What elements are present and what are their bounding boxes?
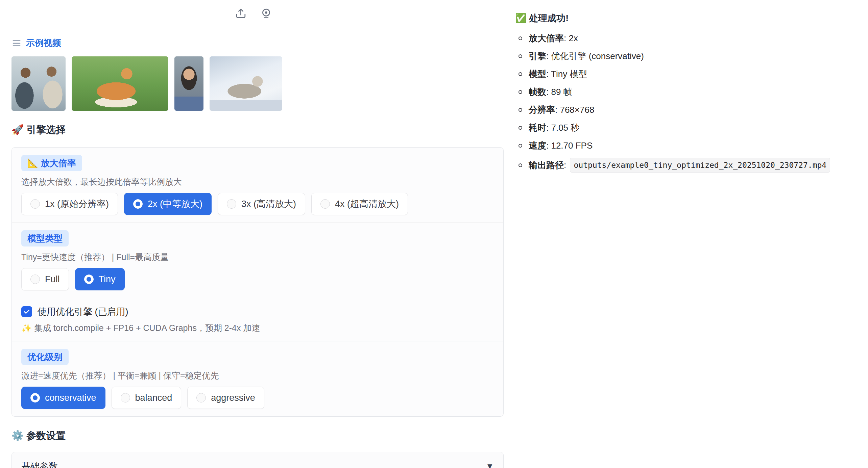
model-option-tiny[interactable]: Tiny [75, 268, 125, 290]
bullet-icon [519, 72, 522, 76]
radio-icon [133, 199, 143, 209]
radio-icon [121, 393, 130, 402]
example-thumbnail-woman-portrait[interactable] [174, 56, 203, 111]
result-item-output-path: 输出路径: outputs/example0_tiny_optimized_2x… [515, 158, 854, 173]
scale-option-label: 3x (高清放大) [241, 198, 296, 210]
radio-icon [30, 199, 40, 209]
optimization-hint: ✨ 集成 torch.compile + FP16 + CUDA Graphs，… [21, 322, 494, 334]
level-option-label: balanced [135, 393, 172, 403]
bullet-icon [519, 163, 522, 167]
engine-settings-card: 📐 放大倍率 选择放大倍数，最长边按此倍率等比例放大 1x (原始分辨率) 2x… [11, 147, 504, 417]
scale-option-label: 4x (超高清放大) [335, 198, 399, 210]
bullet-icon [519, 126, 522, 130]
radio-icon [30, 275, 40, 284]
example-gallery [11, 56, 504, 111]
examples-list-icon [11, 38, 22, 48]
level-badge: 优化级别 [21, 349, 69, 365]
scale-option-label: 1x (原始分辨率) [45, 198, 109, 210]
level-options: conservative balanced aggressive [21, 387, 494, 409]
result-panel: ✅ 处理成功! 放大倍率: 2x 引擎: 优化引擎 (conservative)… [507, 0, 868, 468]
result-item-frames: 帧数: 89 帧 [515, 86, 854, 98]
scale-option-1x[interactable]: 1x (原始分辨率) [21, 193, 118, 215]
output-path-code: outputs/example0_tiny_optimized_2x_20251… [570, 158, 830, 173]
scale-option-4x[interactable]: 4x (超高清放大) [311, 193, 408, 215]
scale-option-2x[interactable]: 2x (中等放大) [124, 193, 212, 215]
scale-options: 1x (原始分辨率) 2x (中等放大) 3x (高清放大) 4x ( [21, 193, 494, 215]
bullet-icon [519, 90, 522, 94]
basic-params-accordion[interactable]: 基础参数 ▼ [11, 452, 504, 468]
model-option-full[interactable]: Full [21, 268, 69, 290]
radio-icon [30, 393, 40, 402]
app-root: 示例视频 🚀 引擎选择 📐 放大倍率 选择放大倍数，最长边按此倍率等比例放大 [0, 0, 868, 468]
model-block: 模型类型 Tiny=更快速度（推荐） | Full=最高质量 Full Tiny [12, 223, 503, 298]
bullet-icon [519, 36, 522, 40]
result-item-engine: 引擎: 优化引擎 (conservative) [515, 50, 854, 62]
result-item-speed: 速度: 12.70 FPS [515, 140, 854, 151]
use-optimized-engine-checkbox[interactable]: 使用优化引擎 (已启用) [21, 306, 494, 318]
radio-icon [320, 199, 330, 209]
bullet-icon [519, 108, 522, 112]
level-description: 激进=速度优先（推荐） | 平衡=兼顾 | 保守=稳定优先 [21, 370, 494, 381]
bullet-icon [519, 54, 522, 58]
result-item-time: 耗时: 7.05 秒 [515, 122, 854, 133]
optimization-block: 使用优化引擎 (已启用) ✨ 集成 torch.compile + FP16 +… [12, 298, 503, 341]
accordion-label: 基础参数 [21, 460, 58, 468]
model-options: Full Tiny [21, 268, 494, 290]
level-option-label: conservative [45, 393, 96, 403]
example-thumbnail-snow-leopard[interactable] [210, 56, 282, 111]
level-option-balanced[interactable]: balanced [112, 387, 182, 409]
scale-badge: 📐 放大倍率 [21, 155, 82, 171]
examples-label: 示例视频 [26, 37, 61, 49]
model-option-label: Tiny [99, 274, 116, 285]
example-thumbnail-two-men-talking[interactable] [11, 56, 66, 111]
result-item-model: 模型: Tiny 模型 [515, 68, 854, 80]
scale-block: 📐 放大倍率 选择放大倍数，最长边按此倍率等比例放大 1x (原始分辨率) 2x… [12, 148, 503, 223]
optimization-level-block: 优化级别 激进=速度优先（推荐） | 平衡=兼顾 | 保守=稳定优先 conse… [12, 341, 503, 416]
scale-option-label: 2x (中等放大) [148, 198, 202, 210]
level-option-label: aggressive [211, 393, 255, 403]
result-item-scale: 放大倍率: 2x [515, 32, 854, 44]
upload-icon[interactable] [233, 6, 248, 21]
video-upload-toolbar [0, 0, 507, 27]
radio-icon [196, 393, 206, 402]
example-thumbnail-corgi-dog[interactable] [72, 56, 168, 111]
result-title: ✅ 处理成功! [515, 12, 854, 24]
engine-section-title: 🚀 引擎选择 [11, 123, 504, 136]
level-option-conservative[interactable]: conservative [21, 387, 105, 409]
model-badge: 模型类型 [21, 230, 69, 246]
model-option-label: Full [45, 274, 60, 285]
webcam-icon[interactable] [259, 6, 274, 21]
radio-icon [227, 199, 236, 209]
result-item-resolution: 分辨率: 768×768 [515, 104, 854, 115]
left-content: 示例视频 🚀 引擎选择 📐 放大倍率 选择放大倍数，最长边按此倍率等比例放大 [0, 37, 507, 468]
bullet-icon [519, 144, 522, 148]
chevron-down-icon: ▼ [486, 462, 494, 468]
result-list: 放大倍率: 2x 引擎: 优化引擎 (conservative) 模型: Tin… [515, 32, 854, 173]
level-option-aggressive[interactable]: aggressive [187, 387, 264, 409]
checkbox-checked-icon [21, 306, 32, 317]
checkbox-label: 使用优化引擎 (已启用) [38, 306, 128, 318]
params-section-title: ⚙️ 参数设置 [11, 429, 504, 442]
radio-icon [84, 275, 94, 284]
scale-description: 选择放大倍数，最长边按此倍率等比例放大 [21, 176, 494, 187]
model-description: Tiny=更快速度（推荐） | Full=最高质量 [21, 251, 494, 263]
main-panel: 示例视频 🚀 引擎选择 📐 放大倍率 选择放大倍数，最长边按此倍率等比例放大 [0, 0, 507, 468]
scale-option-3x[interactable]: 3x (高清放大) [218, 193, 305, 215]
examples-header: 示例视频 [11, 37, 504, 49]
